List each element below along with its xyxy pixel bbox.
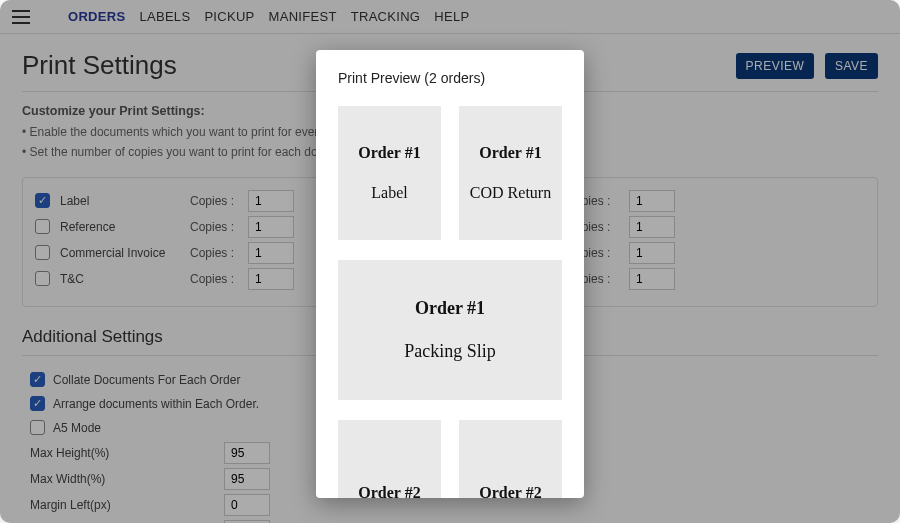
- tile-order: Order #2: [358, 484, 420, 498]
- preview-tile-2[interactable]: Order #1 COD Return: [459, 106, 562, 240]
- modal-title: Print Preview (2 orders): [338, 70, 562, 86]
- tile-doctype: Packing Slip: [404, 341, 496, 362]
- preview-tile-5[interactable]: Order #2: [459, 420, 562, 498]
- preview-tile-4[interactable]: Order #2: [338, 420, 441, 498]
- preview-scroll[interactable]: Order #1 Label Order #1 COD Return Order…: [338, 106, 562, 498]
- preview-row-1: Order #1 Label Order #1 COD Return: [338, 106, 562, 240]
- tile-order: Order #1: [479, 144, 541, 162]
- tile-doctype: COD Return: [470, 184, 551, 202]
- print-preview-modal: Print Preview (2 orders) Order #1 Label …: [316, 50, 584, 498]
- preview-tile-3[interactable]: Order #1 Packing Slip: [338, 260, 562, 400]
- preview-tile-1[interactable]: Order #1 Label: [338, 106, 441, 240]
- app-window: ORDERS LABELS PICKUP MANIFEST TRACKING H…: [0, 0, 900, 523]
- tile-order: Order #2: [479, 484, 541, 498]
- preview-row-3: Order #2 Order #2: [338, 420, 562, 498]
- tile-order: Order #1: [415, 298, 485, 319]
- preview-row-2: Order #1 Packing Slip: [338, 260, 562, 400]
- tile-doctype: Label: [371, 184, 407, 202]
- tile-order: Order #1: [358, 144, 420, 162]
